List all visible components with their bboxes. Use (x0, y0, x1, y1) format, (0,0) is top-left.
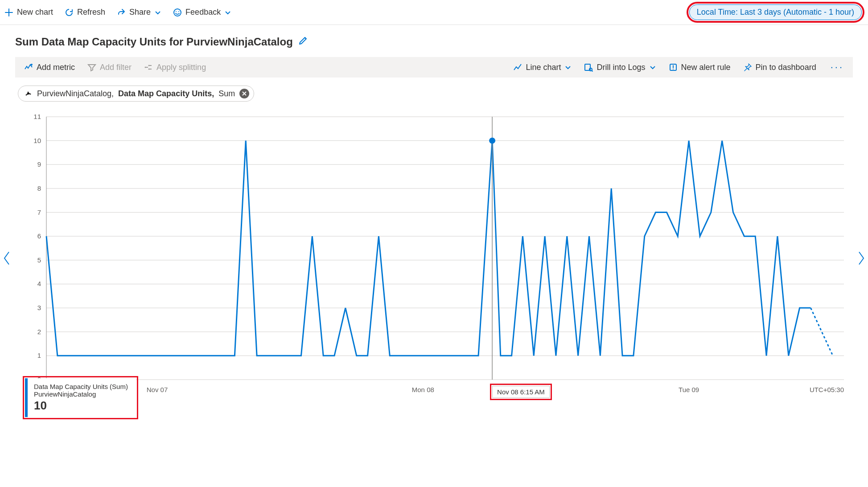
smile-icon (173, 8, 182, 17)
metric-pill-scope: PurviewNinjaCatalog, (37, 89, 114, 98)
chart-container: 01234567891011Nov 07Mon 08Tue 09UTC+05:3… (15, 112, 853, 406)
logs-icon (584, 63, 593, 72)
top-toolbar-left: New chart Refresh Share Feedback (4, 8, 231, 17)
refresh-icon (65, 8, 74, 17)
time-range-label: Local Time: Last 3 days (Automatic - 1 h… (697, 8, 854, 16)
metric-icon (24, 63, 33, 72)
svg-point-4 (145, 67, 146, 68)
alert-icon (669, 63, 678, 72)
share-label: Share (129, 8, 151, 17)
chevron-down-icon (154, 9, 161, 16)
svg-text:8: 8 (37, 184, 41, 192)
drill-logs-label: Drill into Logs (596, 63, 645, 72)
new-alert-label: New alert rule (681, 63, 731, 72)
chart-toolbar-right: Line chart Drill into Logs New alert rul… (513, 61, 844, 73)
close-icon (242, 91, 247, 96)
plus-icon (4, 8, 13, 17)
apply-splitting-label: Apply splitting (156, 63, 206, 72)
chart-title-row: Sum Data Map Capacity Units for PurviewN… (0, 25, 868, 51)
new-alert-button[interactable]: New alert rule (669, 63, 731, 72)
legend-value: 10 (34, 399, 128, 413)
feedback-button[interactable]: Feedback (173, 8, 231, 17)
svg-point-10 (673, 69, 674, 70)
line-chart[interactable]: 01234567891011Nov 07Mon 08Tue 09UTC+05:3… (15, 112, 853, 406)
apply-splitting-button[interactable]: Apply splitting (144, 63, 206, 72)
svg-point-5 (148, 65, 150, 66)
chevron-down-icon (224, 9, 231, 16)
top-toolbar: New chart Refresh Share Feedback Local T… (0, 0, 868, 25)
svg-point-1 (176, 11, 177, 12)
metric-pill-metric: Data Map Capacity Units, (118, 89, 214, 98)
more-button[interactable]: ··· (829, 61, 844, 73)
legend-subtitle: PurviewNinjaCatalog (34, 390, 128, 398)
chevron-down-icon (564, 64, 572, 71)
chart-type-label: Line chart (526, 63, 561, 72)
add-filter-label: Add filter (100, 63, 132, 72)
add-filter-button[interactable]: Add filter (87, 63, 132, 72)
legend-card[interactable]: Data Map Capacity Units (Sum) PurviewNin… (25, 378, 136, 417)
svg-point-3 (31, 64, 33, 65)
scatter-icon (25, 90, 33, 98)
legend-title: Data Map Capacity Units (Sum) (34, 383, 128, 390)
time-range-pill[interactable]: Local Time: Last 3 days (Automatic - 1 h… (689, 4, 862, 20)
pin-dashboard-label: Pin to dashboard (756, 63, 816, 72)
page-left-button[interactable] (2, 250, 12, 269)
hover-timestamp: Nov 08 6:15 AM (497, 388, 545, 396)
svg-text:3: 3 (37, 304, 41, 311)
chevron-right-icon (856, 250, 866, 266)
add-metric-button[interactable]: Add metric (24, 63, 75, 72)
pin-dashboard-button[interactable]: Pin to dashboard (743, 63, 816, 72)
drill-logs-button[interactable]: Drill into Logs (584, 63, 656, 72)
refresh-button[interactable]: Refresh (65, 8, 105, 17)
split-icon (144, 63, 153, 72)
share-button[interactable]: Share (117, 8, 161, 17)
chevron-down-icon (649, 64, 656, 71)
svg-text:Tue 09: Tue 09 (679, 386, 699, 393)
chart-title: Sum Data Map Capacity Units for PurviewN… (15, 36, 293, 48)
svg-text:6: 6 (37, 232, 41, 240)
pencil-icon (298, 36, 308, 45)
svg-point-2 (178, 11, 179, 12)
svg-text:UTC+05:30: UTC+05:30 (810, 386, 844, 393)
svg-point-6 (148, 69, 150, 70)
hover-tooltip: Nov 08 6:15 AM (492, 386, 550, 398)
line-chart-icon (513, 63, 522, 72)
svg-text:1: 1 (37, 352, 41, 359)
remove-metric-button[interactable] (239, 89, 249, 98)
svg-text:9: 9 (37, 160, 41, 168)
metric-pill-agg: Sum (218, 89, 235, 98)
page-right-button[interactable] (856, 250, 866, 269)
new-chart-label: New chart (17, 8, 53, 17)
svg-point-44 (489, 138, 495, 144)
filter-icon (87, 63, 96, 72)
refresh-label: Refresh (77, 8, 105, 17)
svg-text:Mon 08: Mon 08 (412, 386, 434, 393)
svg-text:10: 10 (33, 137, 41, 144)
edit-title-button[interactable] (298, 36, 308, 48)
chart-type-button[interactable]: Line chart (513, 63, 572, 72)
chart-toolbar-left: Add metric Add filter Apply splitting (24, 63, 206, 72)
pin-icon (743, 63, 752, 72)
svg-text:2: 2 (37, 328, 41, 336)
chevron-left-icon (2, 250, 12, 266)
svg-text:Nov 07: Nov 07 (147, 386, 168, 393)
svg-text:7: 7 (37, 209, 41, 216)
svg-point-0 (174, 9, 181, 16)
metric-pill[interactable]: PurviewNinjaCatalog, Data Map Capacity U… (18, 86, 254, 102)
new-chart-button[interactable]: New chart (4, 8, 53, 17)
add-metric-label: Add metric (37, 63, 75, 72)
svg-text:5: 5 (37, 256, 41, 264)
feedback-label: Feedback (185, 8, 221, 17)
chart-toolbar: Add metric Add filter Apply splitting Li… (15, 57, 853, 78)
svg-text:11: 11 (33, 113, 41, 120)
share-icon (117, 8, 126, 17)
svg-text:4: 4 (37, 280, 41, 287)
